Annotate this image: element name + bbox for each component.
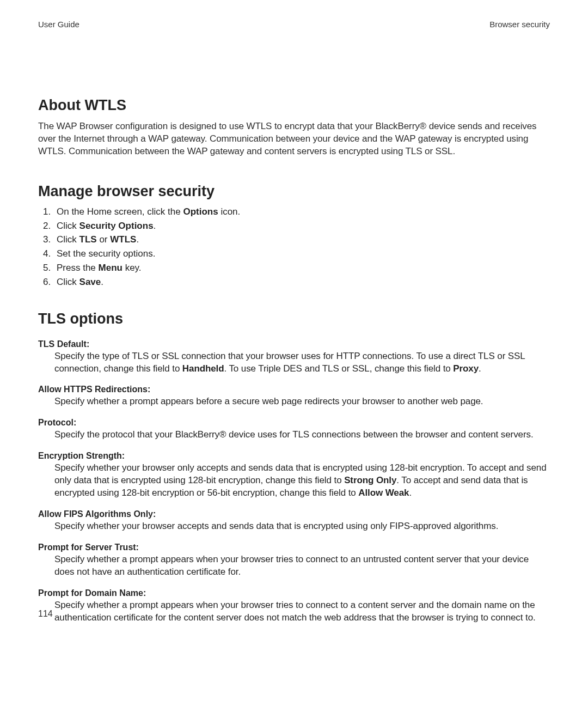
option-item: Prompt for Domain Name: Specify whether …: [38, 588, 550, 624]
option-item: TLS Default: Specify the type of TLS or …: [38, 339, 550, 375]
step-text: icon.: [218, 206, 241, 217]
option-item: Prompt for Server Trust: Specify whether…: [38, 543, 550, 579]
option-description: Specify whether your browser only accept…: [54, 462, 550, 500]
step-item: Click Security Options.: [53, 220, 550, 233]
step-item: Press the Menu key.: [53, 261, 550, 275]
option-label: Allow FIPS Algorithms Only:: [38, 509, 550, 519]
option-text: . To use Triple DES and TLS or SSL, chan…: [224, 363, 454, 374]
step-bold: Save: [79, 277, 101, 287]
option-description: Specify the protocol that your BlackBerr…: [54, 429, 550, 441]
step-item: On the Home screen, click the Options ic…: [53, 205, 550, 218]
option-label: Prompt for Server Trust:: [38, 543, 550, 552]
option-item: Allow FIPS Algorithms Only: Specify whet…: [38, 509, 550, 533]
step-text: Set the security options.: [57, 248, 155, 259]
option-description: Specify whether your browser accepts and…: [54, 520, 550, 533]
option-label: Prompt for Domain Name:: [38, 588, 550, 598]
option-label: TLS Default:: [38, 339, 550, 349]
step-bold: Options: [183, 206, 218, 217]
header-left: User Guide: [38, 20, 79, 29]
step-text: On the Home screen, click the: [57, 206, 183, 217]
step-bold: WTLS: [110, 234, 136, 245]
option-text: .: [479, 363, 481, 374]
option-text: Specify the protocol that your BlackBerr…: [54, 429, 534, 440]
document-page: User Guide Browser security About WTLS T…: [0, 0, 588, 624]
heading-about-wtls: About WTLS: [38, 97, 550, 114]
option-bold: Allow Weak: [358, 488, 409, 498]
option-bold: Handheld: [182, 363, 224, 374]
step-bold: TLS: [79, 234, 97, 245]
steps-list: On the Home screen, click the Options ic…: [38, 205, 550, 289]
option-bold: Strong Only: [344, 475, 396, 485]
about-wtls-body: The WAP Browser configuration is designe…: [38, 120, 550, 158]
step-item: Click Save.: [53, 276, 550, 289]
option-description: Specify whether a prompt appears when yo…: [54, 599, 550, 624]
option-text: Specify whether a prompt appears before …: [54, 396, 483, 406]
tls-options-list: TLS Default: Specify the type of TLS or …: [38, 339, 550, 624]
option-text: .: [409, 488, 412, 498]
option-text: Specify whether your browser accepts and…: [54, 521, 498, 531]
step-text: Click: [57, 277, 79, 287]
step-text: key.: [122, 263, 142, 273]
step-bold: Security Options: [79, 221, 154, 231]
option-label: Encryption Strength:: [38, 451, 550, 461]
option-item: Allow HTTPS Redirections: Specify whethe…: [38, 385, 550, 408]
step-text: Click: [57, 234, 79, 245]
step-item: Set the security options.: [53, 247, 550, 260]
option-item: Encryption Strength: Specify whether you…: [38, 451, 550, 500]
step-text: .: [136, 234, 139, 245]
option-label: Protocol:: [38, 418, 550, 428]
page-number: 114: [38, 609, 53, 619]
step-bold: Menu: [99, 263, 122, 273]
step-item: Click TLS or WTLS.: [53, 233, 550, 246]
option-text: Specify whether a prompt appears when yo…: [54, 600, 536, 623]
heading-manage-browser-security: Manage browser security: [38, 183, 550, 200]
header-right: Browser security: [489, 20, 550, 29]
option-description: Specify whether a prompt appears when yo…: [54, 553, 550, 579]
step-text: Press the: [57, 263, 99, 273]
heading-tls-options: TLS options: [38, 311, 550, 327]
step-text: Click: [57, 221, 79, 231]
option-description: Specify whether a prompt appears before …: [54, 395, 550, 408]
option-description: Specify the type of TLS or SSL connectio…: [54, 350, 550, 375]
option-item: Protocol: Specify the protocol that your…: [38, 418, 550, 441]
step-text: .: [101, 277, 103, 287]
option-bold: Proxy: [453, 363, 479, 374]
page-header: User Guide Browser security: [38, 20, 550, 29]
option-label: Allow HTTPS Redirections:: [38, 385, 550, 394]
step-text: or: [97, 234, 111, 245]
option-text: Specify whether a prompt appears when yo…: [54, 554, 529, 577]
step-text: .: [154, 221, 156, 231]
